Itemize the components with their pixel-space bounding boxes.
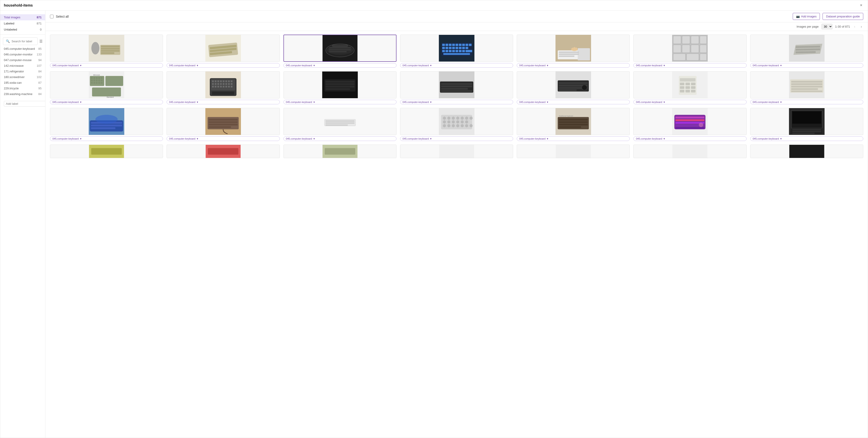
dataset-guide-button[interactable]: Dataset preparation guide (823, 13, 863, 20)
add-label-input[interactable] (4, 101, 45, 107)
svg-rect-63 (682, 45, 690, 53)
label-tag[interactable]: 045.computer-keyboard ▼ (50, 137, 163, 141)
image-card: 045.computer-keyboard ▼ (50, 35, 163, 68)
per-page-select[interactable]: 30 60 90 (822, 24, 833, 29)
image-wrapper[interactable] (400, 35, 513, 62)
svg-rect-156 (791, 81, 822, 83)
label-tag[interactable]: 045.computer-keyboard ▼ (633, 137, 746, 141)
next-page-button[interactable]: › (860, 24, 863, 29)
search-input[interactable] (11, 39, 35, 43)
image-wrapper[interactable] (517, 35, 630, 62)
image-wrapper[interactable] (283, 35, 397, 62)
label-tag[interactable]: 045.computer-keyboard ▼ (283, 137, 397, 141)
image-wrapper[interactable] (50, 108, 163, 135)
svg-rect-229 (439, 145, 474, 158)
label-item[interactable]: 180.screwdriver 102 (0, 74, 45, 80)
image-wrapper[interactable] (633, 71, 746, 98)
image-wrapper[interactable] (283, 145, 397, 158)
svg-rect-220 (792, 129, 821, 130)
label-item[interactable]: 047.computer-mouse 94 (0, 57, 45, 63)
label-count: 94 (38, 58, 41, 62)
label-tag[interactable]: 045.computer-keyboard ▼ (750, 100, 863, 104)
label-item[interactable]: 142.microwave 107 (0, 63, 45, 68)
image-wrapper[interactable] (400, 108, 513, 135)
label-item[interactable]: 045.computer-keyboard 85 (0, 46, 45, 52)
svg-rect-62 (673, 45, 681, 53)
svg-rect-145 (680, 83, 684, 85)
prev-page-button[interactable]: ‹ (852, 24, 857, 29)
svg-point-166 (95, 115, 118, 124)
label-tag[interactable]: 045.computer-keyboard ▼ (633, 100, 746, 104)
image-wrapper[interactable] (50, 145, 163, 158)
svg-rect-83 (91, 80, 93, 81)
image-wrapper[interactable] (283, 108, 397, 135)
svg-rect-27 (462, 43, 465, 46)
label-tag[interactable]: 045.computer-keyboard ▼ (283, 63, 397, 68)
images-per-page-label: Images per page (797, 25, 819, 28)
image-wrapper[interactable] (750, 145, 863, 158)
label-tag[interactable]: 045.computer-keyboard ▼ (400, 137, 513, 141)
label-tag[interactable]: 045.computer-keyboard ▼ (166, 63, 280, 68)
svg-rect-128 (326, 88, 350, 90)
image-wrapper[interactable] (50, 35, 163, 62)
svg-rect-111 (223, 83, 224, 85)
image-wrapper[interactable] (633, 145, 746, 158)
label-item[interactable]: 239.washing-machine 84 (0, 91, 45, 97)
label-tag[interactable]: 045.computer-keyboard ▼ (400, 100, 513, 104)
label-tag[interactable]: 045.computer-keyboard ▼ (166, 137, 280, 141)
label-tag[interactable]: 045.computer-keyboard ▼ (283, 100, 397, 104)
image-wrapper[interactable] (517, 71, 630, 98)
image-wrapper[interactable] (166, 108, 280, 135)
add-images-button[interactable]: 📷 Add images (793, 13, 820, 20)
image-wrapper[interactable] (750, 71, 863, 98)
svg-rect-176 (326, 122, 354, 124)
filter-icon[interactable]: ☰ (39, 39, 42, 43)
label-tag[interactable]: 045.computer-keyboard ▼ (517, 63, 630, 68)
label-count: 85 (38, 47, 41, 51)
image-wrapper[interactable] (400, 145, 513, 158)
sidebar-stat-unlabeled[interactable]: Unlabeled 0 (0, 27, 45, 33)
sidebar-stat-labeled[interactable]: Labeled 871 (0, 20, 45, 27)
label-tag[interactable]: 045.computer-keyboard ▼ (517, 100, 630, 104)
svg-point-197 (461, 124, 464, 127)
label-tag[interactable]: 045.computer-keyboard ▼ (750, 63, 863, 68)
label-tag-arrow: ▼ (313, 101, 315, 104)
image-wrapper[interactable] (633, 108, 746, 135)
svg-rect-171 (209, 124, 238, 125)
select-all-label[interactable]: Select all (56, 15, 69, 18)
image-wrapper[interactable]: Traditional Keyboard (517, 108, 630, 135)
close-button[interactable]: × (858, 2, 864, 8)
app-container: household-items × Total images 871 Label… (0, 0, 868, 438)
label-tag[interactable]: 045.computer-keyboard ▼ (166, 100, 280, 104)
label-item[interactable]: 046.computer-monitor 133 (0, 52, 45, 57)
image-wrapper[interactable] (400, 71, 513, 98)
image-wrapper[interactable] (517, 145, 630, 158)
label-tag[interactable]: 045.computer-keyboard ▼ (50, 100, 163, 104)
image-wrapper[interactable] (750, 35, 863, 62)
label-item[interactable]: 195.soda-can 87 (0, 80, 45, 86)
label-tag[interactable]: 045.computer-keyboard ▼ (517, 137, 630, 141)
svg-rect-18 (332, 45, 348, 47)
svg-point-181 (447, 117, 451, 120)
label-item[interactable]: 229.tricycle 95 (0, 86, 45, 91)
svg-rect-36 (462, 47, 465, 49)
label-tag[interactable]: 045.computer-keyboard ▼ (50, 63, 163, 68)
image-wrapper[interactable]: Mirrored Standard (50, 71, 163, 98)
svg-point-214 (699, 123, 704, 127)
image-wrapper[interactable] (166, 35, 280, 62)
label-tag[interactable]: 045.computer-keyboard ▼ (400, 63, 513, 68)
label-tag-text: 045.computer-keyboard (169, 101, 195, 104)
image-wrapper[interactable] (750, 108, 863, 135)
select-all-checkbox[interactable] (50, 15, 54, 18)
label-tag[interactable]: 045.computer-keyboard ▼ (750, 137, 863, 141)
sidebar-stat-total[interactable]: Total images 871 (0, 14, 45, 20)
label-tag[interactable]: 045.computer-keyboard ▼ (633, 63, 746, 68)
image-wrapper[interactable] (283, 71, 397, 98)
image-wrapper[interactable] (166, 71, 280, 98)
image-wrapper[interactable] (633, 35, 746, 62)
label-item[interactable]: 171.refrigerator 84 (0, 68, 45, 74)
total-images-label: Total images (4, 16, 20, 19)
image-wrapper[interactable] (166, 145, 280, 158)
svg-rect-159 (791, 88, 818, 90)
label-name: 171.refrigerator (4, 70, 24, 73)
